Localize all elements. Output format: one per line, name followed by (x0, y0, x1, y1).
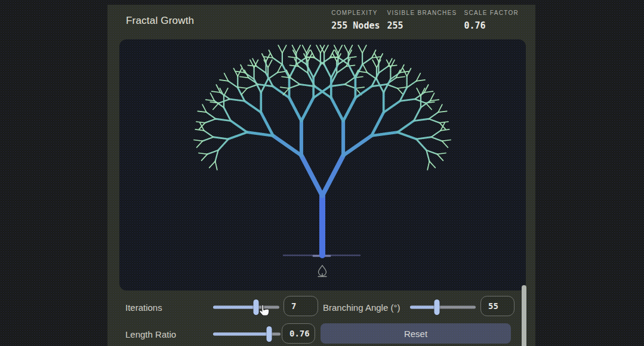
app-panel: Fractal Growth COMPLEXITY 255 Nodes VISI… (107, 5, 535, 346)
stat-visible-branches: VISIBLE BRANCHES 255 (387, 10, 457, 31)
length-ratio-slider-handle[interactable] (266, 326, 272, 342)
stat-label: SCALE FACTOR (464, 10, 519, 16)
iterations-slider-handle[interactable] (254, 299, 259, 315)
stat-value: 255 (387, 20, 457, 31)
branching-angle-slider[interactable] (410, 299, 476, 315)
iterations-slider-fill (213, 306, 256, 309)
iterations-slider[interactable] (213, 299, 279, 315)
header-stats: COMPLEXITY 255 Nodes VISIBLE BRANCHES 25… (331, 10, 519, 31)
scrollbar-thumb[interactable] (522, 285, 526, 346)
length-ratio-label: Length Ratio (125, 329, 176, 339)
page-title: Fractal Growth (126, 15, 194, 27)
branching-angle-label: Branching Angle (°) (323, 302, 400, 313)
branching-angle-value: 55 (488, 301, 498, 311)
length-ratio-value-input[interactable]: 0.76 (282, 323, 315, 344)
length-ratio-slider[interactable] (213, 326, 281, 342)
stat-scale-factor: SCALE FACTOR 0.76 (464, 10, 519, 31)
stat-complexity: COMPLEXITY 255 Nodes (331, 10, 380, 31)
iterations-value-input[interactable]: 7 (284, 296, 318, 316)
branching-angle-value-input[interactable]: 55 (480, 296, 514, 316)
stat-value: 0.76 (464, 20, 519, 31)
tree-icon (318, 265, 326, 277)
iterations-label: Iterations (125, 302, 162, 313)
length-ratio-slider-fill (213, 333, 269, 336)
stat-value: 255 Nodes (331, 20, 380, 31)
iterations-value: 7 (291, 301, 296, 311)
reset-button[interactable]: Reset (321, 323, 511, 344)
length-ratio-value: 0.76 (289, 329, 310, 338)
branching-angle-slider-handle[interactable] (435, 299, 440, 315)
fractal-canvas (119, 39, 526, 291)
branching-angle-slider-fill (410, 306, 437, 309)
stat-label: VISIBLE BRANCHES (387, 10, 457, 16)
fractal-tree-svg (119, 39, 526, 291)
stat-label: COMPLEXITY (331, 10, 380, 16)
